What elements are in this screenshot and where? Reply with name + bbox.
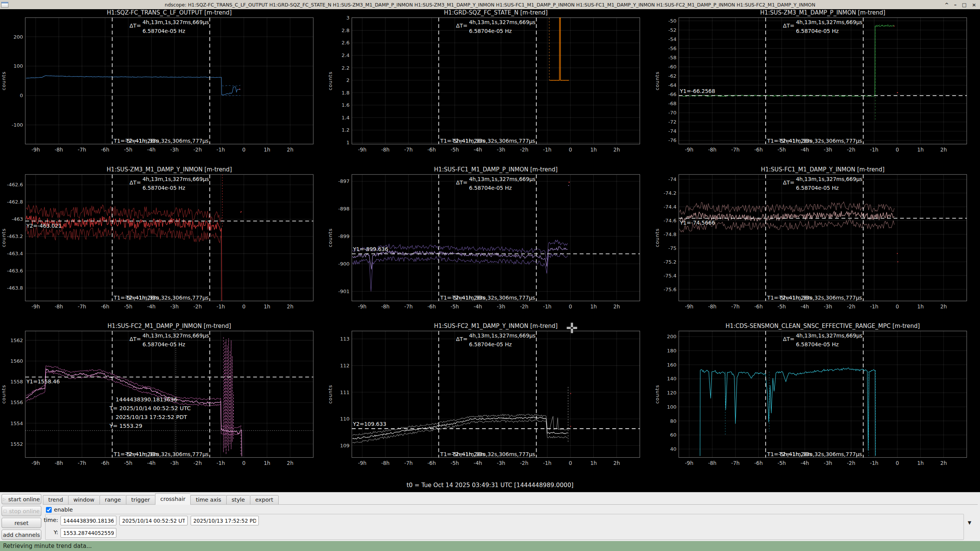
plot-h1-cds-sensmon-clean-snsc-effective-range-mpc[interactable]: -9h-8h-7h-6h-5h-4h-3h-2h-1h01h2h20018016… [653, 323, 980, 479]
svg-text:2h: 2h [940, 460, 947, 466]
tab-export[interactable]: export [250, 495, 279, 505]
svg-text:-6h: -6h [754, 147, 763, 153]
svg-text:0: 0 [569, 460, 572, 466]
svg-text:200: 200 [13, 34, 23, 40]
svg-text:ΔT=: ΔT= [783, 179, 794, 186]
svg-text:112: 112 [340, 363, 350, 368]
plot-title: H1:CDS-SENSMON_CLEAN_SNSC_EFFECTIVE_RANG… [725, 323, 920, 330]
tab-time-axis[interactable]: time axis [190, 495, 226, 505]
svg-text:counts: counts [1, 72, 7, 90]
svg-text:T2=-1h,28m,32s,306ms,777µs: T2=-1h,28m,32s,306ms,777µs [125, 451, 209, 457]
svg-text:1556: 1556 [10, 400, 23, 406]
svg-text:-6h: -6h [101, 460, 109, 466]
svg-text:-5h: -5h [777, 147, 786, 153]
svg-text:ΔT=: ΔT= [783, 23, 794, 29]
time-gps-input[interactable] [60, 516, 116, 525]
y-value-input[interactable] [60, 528, 116, 538]
svg-text:-2h: -2h [193, 460, 202, 466]
add-channels-button[interactable]: add channels [2, 530, 41, 540]
svg-text:2h: 2h [287, 147, 293, 153]
time-utc-input[interactable] [119, 516, 188, 525]
svg-text:-1h: -1h [217, 303, 225, 309]
svg-text:113: 113 [340, 336, 350, 342]
tab-range[interactable]: range [100, 495, 126, 505]
plot-title: H1:SUS-ZM3_M1_DAMP_Y_INMON [m-trend] [107, 166, 232, 173]
svg-text:-74: -74 [668, 128, 676, 134]
svg-text:-3h: -3h [823, 147, 832, 153]
svg-text:2h: 2h [614, 303, 620, 309]
window-shade-button[interactable]: ^ [944, 2, 949, 8]
svg-text:-1h: -1h [870, 303, 878, 309]
svg-text:T= 2025/10/14 00:52:52 UTC: T= 2025/10/14 00:52:52 UTC [109, 406, 191, 412]
svg-text:ΔT=: ΔT= [129, 179, 141, 186]
svg-text:T2=-1h,28m,32s,306ms,777µs: T2=-1h,28m,32s,306ms,777µs [452, 138, 535, 144]
svg-text:1h: 1h [590, 303, 597, 309]
window-maximize-button[interactable]: □ [962, 2, 967, 8]
svg-text:140: 140 [667, 376, 676, 382]
svg-text:-75.4: -75.4 [663, 272, 676, 278]
reset-button[interactable]: reset [2, 518, 41, 528]
panel-overflow-arrow-icon[interactable]: ▼ [968, 520, 971, 525]
svg-text:-52: -52 [668, 27, 676, 33]
plot-h1-sus-zm3-m1-damp-y-inmon[interactable]: -9h-8h-7h-6h-5h-4h-3h-2h-1h01h2h-462.6-4… [0, 166, 327, 323]
svg-text:1560: 1560 [10, 358, 23, 364]
start-online-button[interactable]: ▷start online [2, 494, 41, 504]
window-close-button[interactable]: × [972, 2, 976, 8]
svg-text:T2=-1h,28m,32s,306ms,777µs: T2=-1h,28m,32s,306ms,777µs [452, 451, 535, 457]
svg-text:-4h: -4h [800, 460, 809, 466]
svg-text:-56: -56 [668, 46, 676, 51]
svg-text:1h: 1h [264, 303, 270, 309]
enable-checkbox[interactable] [46, 507, 52, 513]
plot-h1-sus-fc2-m1-damp-p-inmon[interactable]: -9h-8h-7h-6h-5h-4h-3h-2h-1h01h2h15621560… [0, 323, 327, 479]
svg-text:ΔT=: ΔT= [129, 336, 141, 342]
svg-text:60: 60 [670, 432, 676, 438]
svg-text:1h: 1h [590, 460, 597, 466]
svg-text:200: 200 [667, 334, 676, 340]
svg-text:-60: -60 [668, 64, 676, 70]
plot-h1-grd-sqz-fc-state-n[interactable]: -9h-8h-7h-6h-5h-4h-3h-2h-1h01h2h32.82.62… [327, 9, 653, 166]
plot-h1-sqz-fc-trans-c-lf-output[interactable]: -9h-8h-7h-6h-5h-4h-3h-2h-1h01h2h2001000-… [0, 9, 327, 166]
svg-text:120: 120 [667, 390, 676, 396]
tab-window[interactable]: window [68, 495, 100, 505]
svg-text:-3h: -3h [823, 460, 832, 466]
plot-cell-9: -9h-8h-7h-6h-5h-4h-3h-2h-1h01h2h20018016… [653, 323, 980, 479]
control-panel: ▷start online□stop onlineresetadd channe… [0, 492, 980, 541]
svg-text:-463.2: -463.2 [7, 233, 23, 239]
svg-text:111: 111 [340, 390, 350, 395]
status-bar: Retrieving minute trend data... [0, 541, 980, 551]
tab-trigger[interactable]: trigger [126, 495, 155, 505]
svg-text:Y2=109.633: Y2=109.633 [353, 421, 386, 427]
tab-trend[interactable]: trend [43, 495, 68, 505]
enable-label: enable [54, 507, 73, 513]
svg-text:109: 109 [340, 443, 350, 448]
svg-text:-8h: -8h [55, 460, 63, 466]
svg-text:-463.8: -463.8 [7, 285, 23, 291]
svg-text:-76: -76 [668, 137, 676, 143]
plot-h1-sus-zm3-m1-damp-p-inmon[interactable]: -9h-8h-7h-6h-5h-4h-3h-2h-1h01h2h-50-52-5… [653, 9, 980, 166]
svg-text:-6h: -6h [428, 147, 436, 153]
window-minimize-button[interactable]: – [954, 2, 957, 8]
plot-h1-sus-fc1-m1-damp-y-inmon[interactable]: -9h-8h-7h-6h-5h-4h-3h-2h-1h01h2h-74-74.2… [653, 166, 980, 323]
svg-text:0: 0 [895, 303, 899, 309]
svg-text:6.58704e-05 Hz: 6.58704e-05 Hz [796, 28, 839, 34]
svg-text:-2h: -2h [520, 147, 529, 153]
plot-h1-sus-fc2-m1-damp-y-inmon[interactable]: -9h-8h-7h-6h-5h-4h-3h-2h-1h01h2h11311211… [327, 323, 653, 479]
svg-text:2.6: 2.6 [342, 40, 350, 46]
stop-online-button[interactable]: □stop online [2, 506, 41, 516]
tab-style[interactable]: style [226, 495, 250, 505]
tab-crosshair[interactable]: crosshair [155, 493, 191, 505]
svg-text:-2h: -2h [520, 460, 529, 466]
time-pdt-input[interactable] [191, 516, 259, 525]
svg-text:1h: 1h [264, 460, 270, 466]
svg-text:6.58704e-05 Hz: 6.58704e-05 Hz [469, 185, 512, 191]
mouse-cursor-crosshair-icon [567, 323, 577, 333]
svg-text:-1h: -1h [217, 147, 225, 153]
svg-text:1562: 1562 [10, 337, 23, 343]
svg-text:2h: 2h [614, 460, 620, 466]
svg-text:T2=-1h,28m,32s,306ms,777µs: T2=-1h,28m,32s,306ms,777µs [452, 294, 535, 300]
plot-cell-1: -9h-8h-7h-6h-5h-4h-3h-2h-1h01h2h2001000-… [0, 9, 327, 166]
plot-h1-sus-fc1-m1-damp-p-inmon[interactable]: -9h-8h-7h-6h-5h-4h-3h-2h-1h01h2h-897-898… [327, 166, 653, 323]
svg-text:6.58704e-05 Hz: 6.58704e-05 Hz [142, 28, 185, 34]
svg-text:T2=-1h,28m,32s,306ms,777µs: T2=-1h,28m,32s,306ms,777µs [779, 138, 862, 144]
svg-text:-6h: -6h [101, 303, 109, 309]
